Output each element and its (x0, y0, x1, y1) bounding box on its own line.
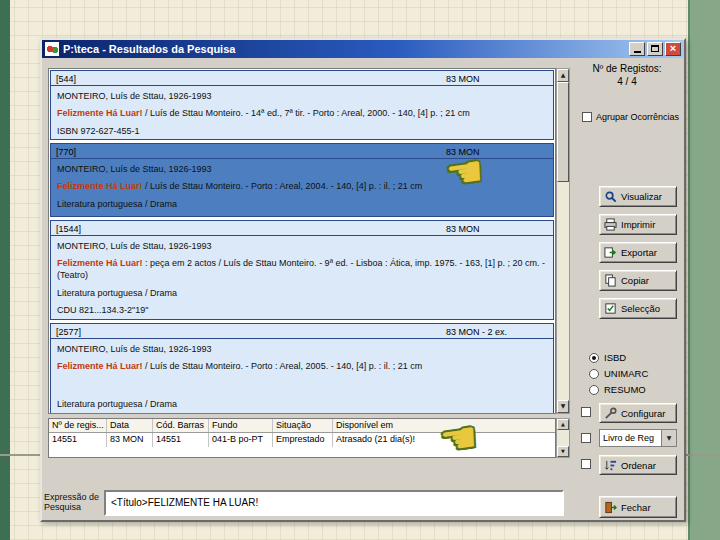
record-header: [2577] 83 MON - 2 ex. (51, 324, 553, 339)
record-card[interactable]: [544] 83 MON MONTEIRO, Luís de Sttau, 19… (50, 70, 554, 140)
scrollbar-thumb[interactable] (557, 82, 569, 182)
visualizar-button[interactable]: Visualizar (599, 186, 677, 207)
scroll-up-icon[interactable]: ▲ (557, 69, 569, 82)
seleccao-button[interactable]: Selecção (599, 298, 677, 319)
button-label: Selecção (621, 303, 660, 314)
configurar-checkbox[interactable] (581, 407, 591, 417)
configurar-button[interactable]: Configurar (599, 403, 677, 423)
search-term-highlight: Felizmente Há Luar! (57, 361, 143, 371)
record-author: MONTEIRO, Luís de Sttau, 1926-1993 (57, 90, 547, 102)
loans-table-scrollbar[interactable]: ▲ ▼ (556, 418, 570, 458)
search-expression-input[interactable]: <Título>FELIZMENTE HA LUAR! (104, 490, 564, 516)
record-id: [770] (56, 147, 446, 157)
search-term-highlight: Felizmente Há Luar! (57, 108, 143, 118)
record-subject: Literatura portuguesa / Drama (57, 398, 547, 410)
registos-count-label: Nº de Registos: (570, 63, 684, 74)
button-label: Visualizar (621, 191, 662, 202)
radio-unimarc[interactable] (589, 369, 599, 379)
pointer-hand-icon: ☚ (443, 150, 486, 197)
agrupar-ocorrencias-option[interactable]: Agrupar Ocorrências (582, 112, 684, 122)
record-isbn: ISBN 972-627-455-1 (57, 125, 547, 137)
loans-table-header: Nº de regis... Data Cód. Barras Fundo Si… (49, 419, 555, 433)
col-header-data[interactable]: Data (107, 419, 153, 432)
col-header-fundo[interactable]: Fundo (209, 419, 273, 432)
copy-icon (604, 274, 617, 287)
button-label: Configurar (621, 408, 665, 419)
pointer-hand-icon: ☚ (437, 416, 480, 463)
maximize-button[interactable] (647, 42, 663, 56)
printer-icon (604, 218, 617, 231)
radio-resumo[interactable] (589, 385, 599, 395)
cell-registo: 14551 (49, 433, 107, 447)
agrupar-label: Agrupar Ocorrências (596, 112, 679, 122)
app-window: P:\teca - Resultados da Pesquisa × [544]… (40, 38, 686, 522)
record-subject: Literatura portuguesa / Drama (57, 287, 547, 299)
ordenar-button[interactable]: Ordenar (599, 455, 677, 475)
button-label: Imprimir (621, 219, 655, 230)
radio-isbd[interactable] (589, 353, 599, 363)
record-title-rest: / Luís de Sttau Monteiro. - Porto : Area… (143, 361, 423, 371)
search-term-highlight: Felizmente Há Luar! (57, 181, 143, 191)
record-author: MONTEIRO, Luís de Sttau, 1926-1993 (57, 240, 547, 252)
cell-situacao: Emprestado (273, 433, 333, 447)
radio-label: ISBD (604, 352, 626, 363)
record-id: [2577] (56, 327, 446, 337)
col-header-cod-barras[interactable]: Cód. Barras (153, 419, 209, 432)
window-content: [544] 83 MON MONTEIRO, Luís de Sttau, 19… (42, 58, 684, 520)
record-cdu: CDU 821...134.3-2"19" (57, 304, 547, 316)
record-title-rest: / Luís de Sttau Monteiro. - 14ª ed., 7ª … (143, 108, 470, 118)
results-scrollbar[interactable]: ▲ ▼ (556, 68, 570, 414)
selection-icon (604, 302, 617, 315)
scroll-down-icon[interactable]: ▼ (557, 446, 569, 457)
format-option-resumo[interactable]: RESUMO (589, 384, 646, 395)
record-title-rest: / Luís de Sttau Monteiro. - Porto : Area… (143, 181, 423, 191)
livro-registo-combobox[interactable]: Livro de Reg ▼ (599, 429, 677, 447)
export-icon (604, 246, 617, 259)
record-subject: Literatura portuguesa / Drama (57, 198, 547, 210)
exportar-button[interactable]: Exportar (599, 242, 677, 263)
ordenar-checkbox[interactable] (581, 459, 591, 469)
radio-label: UNIMARC (604, 368, 648, 379)
record-card[interactable]: [1544] 83 MON MONTEIRO, Luís de Sttau, 1… (50, 220, 554, 320)
registos-count-value: 4 / 4 (570, 76, 684, 87)
search-term-highlight: Felizmente Há Luar! (57, 258, 143, 268)
col-header-registo[interactable]: Nº de regis... (49, 419, 107, 432)
sort-icon (604, 459, 617, 472)
cell-cod-barras: 14551 (153, 433, 209, 447)
scroll-down-icon[interactable]: ▼ (557, 400, 569, 413)
exit-door-icon (604, 501, 617, 514)
slide-background: P:\teca - Resultados da Pesquisa × [544]… (0, 0, 720, 540)
button-label: Fechar (621, 502, 651, 513)
maximize-icon (651, 45, 659, 52)
button-label: Exportar (621, 247, 657, 258)
combobox-value: Livro de Reg (600, 430, 661, 446)
record-card[interactable]: [2577] 83 MON - 2 ex. MONTEIRO, Luís de … (50, 323, 554, 414)
close-button[interactable]: × (665, 42, 681, 56)
copiar-button[interactable]: Copiar (599, 270, 677, 291)
record-callnumber: 83 MON - 2 ex. (446, 327, 507, 337)
record-title: Felizmente Há Luar! / Luís de Sttau Mont… (57, 360, 547, 372)
cell-data: 83 MON (107, 433, 153, 447)
imprimir-button[interactable]: Imprimir (599, 214, 677, 235)
record-title: Felizmente Há Luar! : peça em 2 actos / … (57, 257, 547, 281)
results-list: [544] 83 MON MONTEIRO, Luís de Sttau, 19… (48, 68, 556, 414)
window-titlebar[interactable]: P:\teca - Resultados da Pesquisa × (42, 40, 684, 58)
record-header: [544] 83 MON (51, 71, 553, 86)
format-option-isbd[interactable]: ISBD (589, 352, 626, 363)
minimize-button[interactable] (629, 42, 645, 56)
record-callnumber: 83 MON (446, 74, 480, 84)
loans-table-row[interactable]: 14551 83 MON 14551 041-B po-PT Emprestad… (49, 433, 555, 447)
fechar-button[interactable]: Fechar (599, 496, 677, 518)
chevron-down-icon[interactable]: ▼ (661, 430, 676, 446)
app-icon (45, 42, 59, 56)
livro-registo-checkbox[interactable] (581, 433, 591, 443)
col-header-situacao[interactable]: Situação (273, 419, 333, 432)
cell-fundo: 041-B po-PT (209, 433, 273, 447)
scroll-up-icon[interactable]: ▲ (557, 419, 569, 430)
format-option-unimarc[interactable]: UNIMARC (589, 368, 648, 379)
slide-left-band (0, 0, 10, 540)
agrupar-checkbox[interactable] (582, 112, 592, 122)
radio-label: RESUMO (604, 384, 646, 395)
record-id: [1544] (56, 224, 446, 234)
window-title: P:\teca - Resultados da Pesquisa (63, 43, 625, 55)
